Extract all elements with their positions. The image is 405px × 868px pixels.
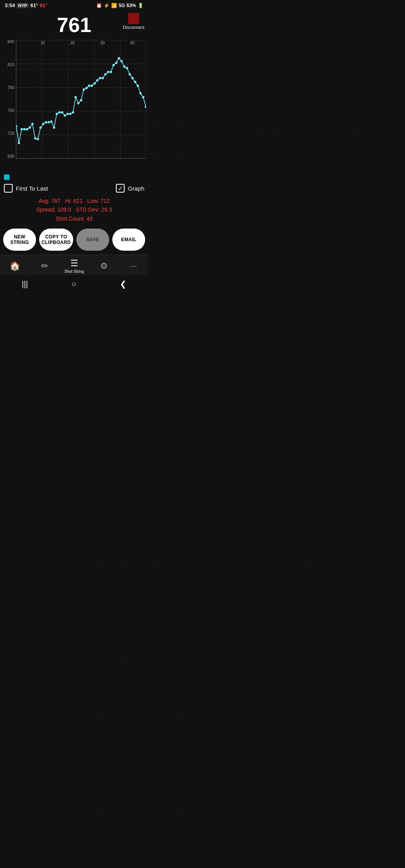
svg-point-43 <box>131 77 134 79</box>
nav-edit[interactable]: ✏ <box>35 261 55 271</box>
low-value: 712 <box>100 198 110 204</box>
stats-line-3: Shot Count: 49 <box>0 214 148 223</box>
svg-point-21 <box>72 111 74 113</box>
disconnect-button[interactable]: Disconnect <box>123 13 144 30</box>
y-label-750: 750 <box>8 109 14 113</box>
svg-point-12 <box>47 121 50 123</box>
svg-point-22 <box>74 96 77 98</box>
svg-point-9 <box>40 127 42 129</box>
stats-area: Avg: 767 Hi: 821 Low: 712 Spread: 109.0 … <box>0 194 148 225</box>
svg-point-20 <box>69 113 72 115</box>
svg-point-27 <box>88 85 91 87</box>
svg-point-3 <box>23 128 26 130</box>
edit-icon: ✏ <box>41 261 48 271</box>
settings-icon: ⚙ <box>100 261 108 271</box>
nav-settings[interactable]: ⚙ <box>94 261 114 271</box>
header: 761 Disconnect <box>0 10 148 38</box>
email-button[interactable]: EMAIL <box>112 229 145 251</box>
svg-point-44 <box>134 81 136 83</box>
nav-shot-string[interactable]: ☰ Shot String <box>64 258 84 274</box>
signal-icon: 5G <box>119 3 125 8</box>
first-to-last-label: First To Last <box>16 185 48 192</box>
checkmark-icon: ✓ <box>118 185 123 192</box>
recent-apps-button[interactable]: ||| <box>22 280 28 289</box>
bottom-nav: 🏠 ✏ ☰ Shot String ⚙ ··· <box>0 255 148 275</box>
back-button[interactable]: ❮ <box>120 279 127 289</box>
svg-point-37 <box>115 62 117 64</box>
disconnect-icon <box>128 13 139 24</box>
svg-point-15 <box>56 113 58 115</box>
svg-point-47 <box>142 96 144 98</box>
svg-point-45 <box>137 85 139 87</box>
spread-label: Spread: <box>36 206 56 213</box>
y-axis-labels: 840 810 780 750 720 690 <box>0 40 16 159</box>
nav-home[interactable]: 🏠 <box>5 261 25 271</box>
svg-point-18 <box>64 114 66 117</box>
status-bar: 3:54 NYP 61° 61° ⏰ ⚡ 📶 5G 63% 🔋 <box>0 0 148 10</box>
hi-value: 821 <box>73 198 82 204</box>
battery-icon: 🔋 <box>138 3 144 8</box>
spread-value: 109.0 <box>57 206 71 213</box>
svg-point-5 <box>28 127 31 129</box>
legend-row <box>0 172 148 182</box>
svg-point-19 <box>66 113 69 115</box>
svg-point-24 <box>80 99 82 101</box>
first-to-last-option[interactable]: First To Last <box>4 184 48 193</box>
svg-point-39 <box>121 60 123 62</box>
list-icon: ☰ <box>70 258 78 269</box>
svg-point-7 <box>34 137 36 140</box>
svg-point-16 <box>58 111 61 113</box>
time-display: 3:54 <box>5 2 15 8</box>
nav-more[interactable]: ··· <box>124 261 144 271</box>
hi-label: Hi: <box>65 198 72 204</box>
status-right: ⏰ ⚡ 📶 5G 63% 🔋 <box>96 3 144 8</box>
stats-line-1: Avg: 767 Hi: 821 Low: 712 <box>0 197 148 205</box>
graph-label: Graph <box>128 185 144 192</box>
home-button[interactable]: ○ <box>72 280 76 289</box>
graph-option[interactable]: ✓ Graph <box>116 184 144 193</box>
svg-point-38 <box>118 57 120 59</box>
low-label: Low: <box>87 198 99 204</box>
first-to-last-checkbox[interactable] <box>4 184 13 193</box>
legend-color-square <box>4 174 9 180</box>
graph-checkbox[interactable]: ✓ <box>116 184 125 193</box>
svg-point-6 <box>31 123 34 125</box>
nav-shot-string-label: Shot String <box>64 269 84 274</box>
svg-point-46 <box>139 92 142 95</box>
svg-point-17 <box>61 111 63 113</box>
svg-point-23 <box>77 102 79 104</box>
battery-display: 63% <box>127 3 136 8</box>
alarm-icon: ⏰ <box>96 3 102 8</box>
system-nav: ||| ○ ❮ <box>0 275 148 293</box>
avg-label: Avg: <box>39 198 50 204</box>
y-label-840: 840 <box>8 40 14 44</box>
wifi-icon: 📶 <box>111 3 117 8</box>
save-button[interactable]: SAVE <box>76 229 109 251</box>
svg-point-11 <box>45 121 47 123</box>
new-string-button[interactable]: NEW STRING <box>3 229 36 251</box>
svg-point-48 <box>145 106 146 108</box>
svg-point-35 <box>110 71 112 73</box>
more-icon: ··· <box>130 261 137 271</box>
bluetooth-icon: ⚡ <box>104 3 110 8</box>
y-label-810: 810 <box>8 63 14 67</box>
svg-point-13 <box>50 120 53 123</box>
svg-point-40 <box>123 65 125 68</box>
svg-point-8 <box>37 138 39 140</box>
svg-point-31 <box>99 77 101 79</box>
copy-clipboard-button[interactable]: COPY TO CLIPBOARD <box>39 229 73 251</box>
y-label-780: 780 <box>8 86 14 90</box>
stddev-value: 29.3 <box>101 206 112 213</box>
stats-line-2: Spread: 109.0 STD Dev: 29.3 <box>0 205 148 214</box>
y-label-690: 690 <box>8 155 14 159</box>
svg-point-4 <box>26 128 28 130</box>
network-badge: NYP <box>17 3 29 8</box>
svg-point-41 <box>126 67 128 69</box>
chart-svg <box>16 40 146 158</box>
svg-point-30 <box>96 79 98 81</box>
shot-count-label: Shot Count: <box>56 216 85 222</box>
status-left: 3:54 NYP 61° 61° <box>5 2 47 8</box>
stddev-label: STD Dev: <box>76 206 100 213</box>
y-label-720: 720 <box>8 132 14 136</box>
home-icon: 🏠 <box>9 261 20 271</box>
